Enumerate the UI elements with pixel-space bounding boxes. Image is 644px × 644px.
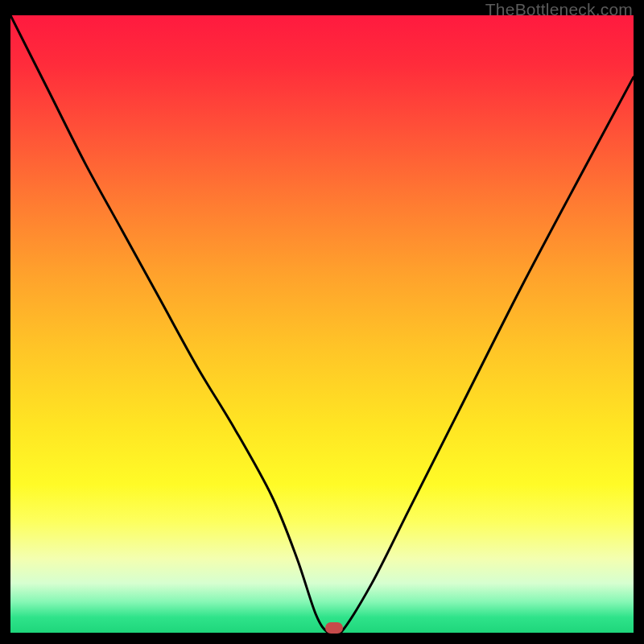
optimal-point-marker: [325, 622, 343, 634]
chart-frame: [10, 15, 634, 633]
bottleneck-curve: [10, 15, 634, 633]
